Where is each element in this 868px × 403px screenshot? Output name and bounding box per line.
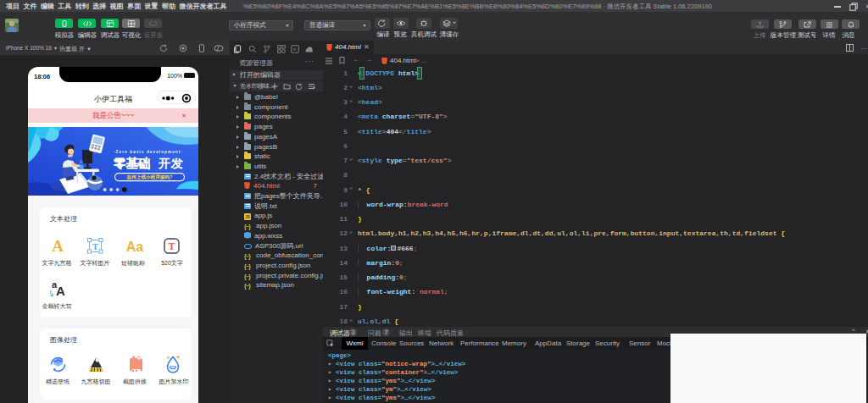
svg-text:A: A bbox=[56, 284, 65, 297]
svg-text:Aa: Aa bbox=[126, 240, 144, 254]
svg-text:T: T bbox=[92, 240, 99, 251]
svg-text:如何上线小程序源码?: 如何上线小程序源码? bbox=[126, 174, 173, 180]
svg-text:T: T bbox=[168, 240, 175, 252]
svg-text:开发: 开发 bbox=[158, 157, 184, 170]
svg-text:A: A bbox=[52, 238, 64, 255]
svg-text:·Zero basic development·: ·Zero basic development· bbox=[114, 150, 183, 154]
svg-text:零基础: 零基础 bbox=[114, 157, 151, 170]
